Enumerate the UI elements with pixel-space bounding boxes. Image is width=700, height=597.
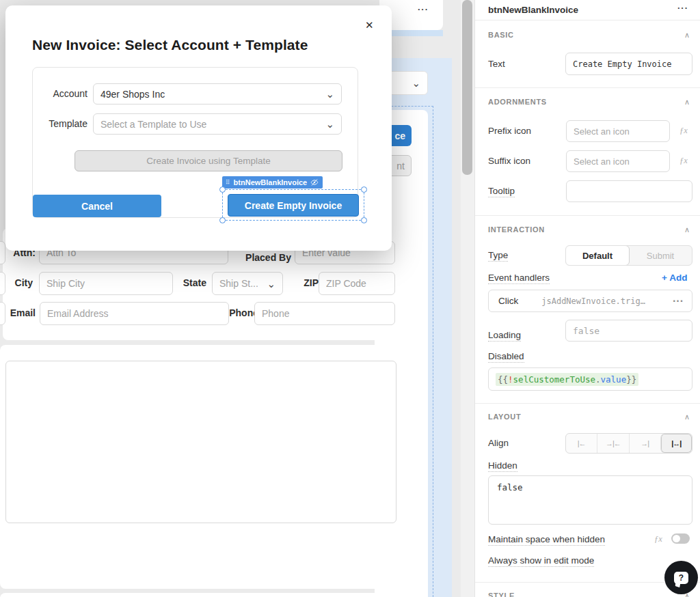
account-select-value: 49er Shops Inc xyxy=(100,89,165,100)
code-negation: ! xyxy=(508,374,513,385)
dropzone-guide-vertical xyxy=(433,106,433,597)
code-identifier: selCustomerToUse xyxy=(513,374,595,385)
hidden-input[interactable]: false xyxy=(488,475,692,525)
drag-handle-icon[interactable]: ⠿ xyxy=(226,179,230,186)
state-label: State xyxy=(179,277,206,288)
resize-handle-top-left[interactable] xyxy=(219,186,226,193)
zip-input[interactable] xyxy=(319,272,395,295)
more-icon[interactable]: ··· xyxy=(418,4,429,14)
email-label: Email xyxy=(7,307,36,318)
tooltip-input[interactable] xyxy=(566,180,692,202)
city-input[interactable] xyxy=(39,272,173,295)
cancel-button[interactable]: Cancel xyxy=(33,195,161,217)
email-input[interactable] xyxy=(40,302,229,325)
divider xyxy=(475,215,700,216)
create-empty-invoice-label: Create Empty Invoice xyxy=(245,200,342,211)
maintain-space-label: Maintain space when hidden xyxy=(488,534,605,546)
section-basic-header[interactable]: BASIC xyxy=(488,31,514,39)
inspector-panel: btnNewBlankInvoice ··· BASIC ∧ Text ADOR… xyxy=(474,0,700,597)
cancel-button-label: Cancel xyxy=(81,201,113,212)
city-label: City xyxy=(11,277,33,288)
help-button[interactable]: ? xyxy=(664,561,698,594)
type-option-submit[interactable]: Submit xyxy=(629,246,692,265)
align-right-icon[interactable]: →| xyxy=(629,434,660,453)
align-center-icon[interactable]: →|← xyxy=(597,434,628,453)
text-label: Text xyxy=(488,59,505,69)
chevron-down-icon: ⌄ xyxy=(412,78,420,88)
click-event-value: jsAddNewInvoice.trig… xyxy=(541,296,645,306)
create-empty-invoice-button[interactable]: Create Empty Invoice xyxy=(228,194,359,217)
suffix-icon-input[interactable] xyxy=(566,150,670,172)
toggle-knob xyxy=(673,535,680,542)
disabled-code-expression: {{!selCustomerToUse.value}} xyxy=(496,373,638,386)
notes-card xyxy=(0,345,413,589)
section-adornments-header[interactable]: ADORNMENTS xyxy=(488,98,547,106)
component-name-chip[interactable]: ⠿ btnNewBlankInvoice xyxy=(222,176,323,189)
chevron-down-icon: ⌄ xyxy=(267,279,275,289)
clipped-input-fragment xyxy=(0,241,5,264)
new-invoice-modal: ✕ New Invoice: Select Account + Template… xyxy=(5,5,392,251)
clipped-secondary-button-label: nt xyxy=(396,161,405,171)
section-layout-header[interactable]: LAYOUT xyxy=(488,413,521,421)
state-select[interactable]: Ship St... ⌄ xyxy=(212,272,283,295)
chevron-down-icon: ⌄ xyxy=(325,119,334,129)
add-event-handler-button[interactable]: + Add xyxy=(662,273,687,283)
modal-title: New Invoice: Select Account + Template xyxy=(32,37,308,53)
account-select[interactable]: 49er Shops Inc ⌄ xyxy=(93,83,342,105)
resize-handle-bottom-right[interactable] xyxy=(361,217,367,223)
close-icon[interactable]: ✕ xyxy=(365,19,374,31)
prefix-icon-input[interactable] xyxy=(566,120,670,142)
code-property: value xyxy=(601,374,627,385)
code-open-braces: {{ xyxy=(498,374,508,385)
fx-icon[interactable]: ƒx xyxy=(679,126,688,136)
disabled-code-input[interactable]: {{!selCustomerToUse.value}} xyxy=(488,367,692,391)
eye-slash-icon xyxy=(310,178,319,186)
divider xyxy=(475,403,700,404)
handler-more-icon[interactable]: ··· xyxy=(673,295,684,307)
click-handler-row[interactable]: Click jsAddNewInvoice.trig… ··· xyxy=(488,290,692,312)
inspector-title: btnNewBlankInvoice xyxy=(488,5,578,15)
collapse-icon[interactable]: ∧ xyxy=(684,31,690,40)
type-label: Type xyxy=(488,250,508,262)
loading-input[interactable] xyxy=(565,320,692,342)
event-handlers-label: Event handlers xyxy=(488,273,550,284)
maintain-space-toggle[interactable] xyxy=(671,533,690,544)
create-invoice-template-button[interactable]: Create Invoice using Template xyxy=(75,150,342,171)
collapse-icon[interactable]: ∧ xyxy=(684,98,690,107)
notes-textarea[interactable] xyxy=(5,361,396,523)
resize-handle-top-right[interactable] xyxy=(361,186,367,193)
code-dot: . xyxy=(595,374,601,385)
collapse-icon[interactable]: ∧ xyxy=(684,413,690,421)
inspector-more-icon[interactable]: ··· xyxy=(677,3,688,13)
collapse-icon[interactable]: ∧ xyxy=(684,225,690,234)
align-stretch-icon[interactable]: |↔| xyxy=(660,434,692,453)
tooltip-label: Tooltip xyxy=(488,186,515,197)
section-style-header[interactable]: STYLE xyxy=(488,592,515,597)
section-interaction-header[interactable]: INTERACTION xyxy=(488,225,545,234)
loading-label: Loading xyxy=(488,330,521,342)
component-name-label: btnNewBlankInvoice xyxy=(234,178,308,186)
clipped-input-fragment xyxy=(0,302,5,325)
fx-icon[interactable]: ƒx xyxy=(679,156,688,166)
fx-icon[interactable]: ƒx xyxy=(654,534,662,544)
align-button-group: |← →|← →| |↔| xyxy=(565,433,692,454)
template-select[interactable]: Select a Template to Use ⌄ xyxy=(93,113,342,135)
phone-input[interactable] xyxy=(254,302,395,325)
app-root: ··· ⌄ ce nt Attn: Plac xyxy=(0,0,700,597)
scrollbar-thumb[interactable] xyxy=(462,0,472,175)
align-left-icon[interactable]: |← xyxy=(566,434,597,453)
type-option-default[interactable]: Default xyxy=(565,245,630,266)
zip-label: ZIP xyxy=(299,277,319,288)
placed-by-label: Placed By xyxy=(245,252,291,263)
divider xyxy=(475,87,700,88)
bottom-card xyxy=(0,593,413,597)
chevron-down-icon: ⌄ xyxy=(325,89,334,99)
always-show-label: Always show in edit mode xyxy=(488,555,594,567)
resize-handle-bottom-left[interactable] xyxy=(219,217,226,223)
template-select-placeholder: Select a Template to Use xyxy=(100,119,206,130)
click-event-label: Click xyxy=(498,296,518,306)
template-label: Template xyxy=(33,118,88,129)
text-value-input[interactable] xyxy=(565,53,692,75)
disabled-label: Disabled xyxy=(488,351,524,363)
clipped-primary-button-label: ce xyxy=(394,130,405,141)
